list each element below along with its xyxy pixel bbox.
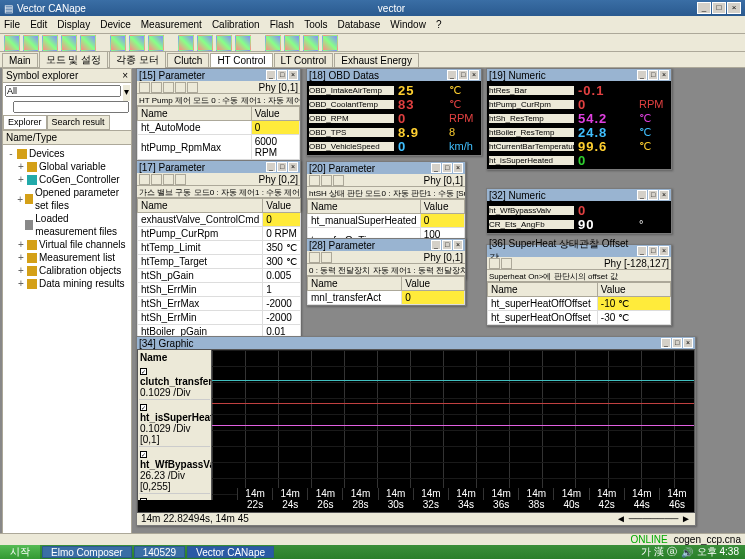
tool-icon[interactable] xyxy=(187,82,198,93)
max-icon[interactable]: □ xyxy=(648,70,658,80)
tree-node[interactable]: +Data mining results xyxy=(5,277,129,290)
minimize-button[interactable]: _ xyxy=(697,2,711,14)
ime-indicator[interactable]: 가 漢 ⓐ xyxy=(641,545,677,559)
signal-item[interactable]: ✓htSh_ResTemp7e+37 ℃/Div[-3.4e+38,3.4e+3… xyxy=(139,494,210,500)
max-icon[interactable]: □ xyxy=(648,246,658,256)
signal-item[interactable]: ✓ht_WfBypassVal26.23 /Div[0,255] xyxy=(139,447,210,494)
max-icon[interactable]: □ xyxy=(648,190,658,200)
table-row[interactable]: htPump_RpmMax6000 RPM xyxy=(138,135,300,160)
table-row[interactable]: htSh_ErrMin1 xyxy=(138,283,301,297)
min-icon[interactable]: _ xyxy=(637,70,647,80)
toolbar-button[interactable] xyxy=(4,35,20,51)
toolbar-button[interactable] xyxy=(322,35,338,51)
tab-explorer[interactable]: Explorer xyxy=(3,115,47,130)
close-icon[interactable]: × xyxy=(659,190,669,200)
min-icon[interactable]: _ xyxy=(431,163,441,173)
tool-icon[interactable] xyxy=(163,82,174,93)
table-row[interactable]: htSh_pGain0.005 xyxy=(138,269,301,283)
tool-icon[interactable] xyxy=(309,175,320,186)
close-icon[interactable]: × xyxy=(453,240,463,250)
tab-lt-control[interactable]: LT Control xyxy=(274,53,334,67)
tree-node[interactable]: +CoGen_Controller xyxy=(5,173,129,186)
tab-exhaust[interactable]: Exhaust Energy xyxy=(334,53,419,67)
min-icon[interactable]: _ xyxy=(447,70,457,80)
toolbar-button[interactable] xyxy=(197,35,213,51)
menu-measurement[interactable]: Measurement xyxy=(141,19,202,30)
min-icon[interactable]: _ xyxy=(637,246,647,256)
parameter-table[interactable]: NameValuemnl_transferAct0 xyxy=(307,276,465,305)
toolbar-button[interactable] xyxy=(23,35,39,51)
signal-item[interactable]: ✓ht_isSuperHeate0.1029 /Div[0,1] xyxy=(139,400,210,447)
filter-input[interactable] xyxy=(13,101,129,113)
toolbar-button[interactable] xyxy=(284,35,300,51)
sidebar-close-icon[interactable]: × xyxy=(122,70,128,81)
tree-node[interactable]: -Devices xyxy=(5,147,129,160)
tree-node[interactable]: +Virtual file channels xyxy=(5,238,129,251)
toolbar-button[interactable] xyxy=(216,35,232,51)
menu-calibration[interactable]: Calibration xyxy=(212,19,260,30)
table-row[interactable]: ht_manualSuperHeated0 xyxy=(308,214,465,228)
close-icon[interactable]: × xyxy=(453,163,463,173)
toolbar-button[interactable] xyxy=(235,35,251,51)
max-icon[interactable]: □ xyxy=(442,240,452,250)
maximize-button[interactable]: □ xyxy=(712,2,726,14)
tool-icon[interactable] xyxy=(175,174,186,185)
tab-clutch[interactable]: Clutch xyxy=(167,53,209,67)
table-row[interactable]: ht_superHeatOnOffset-30 ℃ xyxy=(488,311,671,325)
tool-icon[interactable] xyxy=(501,258,512,269)
tool-icon[interactable] xyxy=(139,82,150,93)
toolbar-button[interactable] xyxy=(42,35,58,51)
max-icon[interactable]: □ xyxy=(442,163,452,173)
tool-icon[interactable] xyxy=(163,174,174,185)
max-icon[interactable]: □ xyxy=(277,162,287,172)
toolbar-button[interactable] xyxy=(80,35,96,51)
min-icon[interactable]: _ xyxy=(661,338,671,348)
tool-icon[interactable] xyxy=(489,258,500,269)
device-tree[interactable]: -Devices+Global variable+CoGen_Controlle… xyxy=(3,145,131,542)
close-icon[interactable]: × xyxy=(469,70,479,80)
menu-display[interactable]: Display xyxy=(57,19,90,30)
chart-area[interactable]: 14m 22s14m 24s14m 26s14m 28s14m 30s14m 3… xyxy=(212,350,694,500)
min-icon[interactable]: _ xyxy=(266,70,276,80)
tab-search-result[interactable]: Search result xyxy=(47,115,110,130)
table-row[interactable]: ht_AutoMode0 xyxy=(138,121,300,135)
toolbar-button[interactable] xyxy=(129,35,145,51)
toolbar-button[interactable] xyxy=(265,35,281,51)
min-icon[interactable]: _ xyxy=(431,240,441,250)
menu-edit[interactable]: Edit xyxy=(30,19,47,30)
toolbar-button[interactable] xyxy=(61,35,77,51)
close-icon[interactable]: × xyxy=(288,70,298,80)
tool-icon[interactable] xyxy=(321,175,332,186)
tab-motors[interactable]: 각종 모터 xyxy=(109,51,166,68)
tool-icon[interactable] xyxy=(139,174,150,185)
taskbar-item[interactable]: 140529 xyxy=(134,546,185,558)
signal-item[interactable]: ✓clutch_transfer0.1029 /Div xyxy=(139,364,210,400)
menu-database[interactable]: Database xyxy=(338,19,381,30)
table-row[interactable]: htTemp_Limit350 ℃ xyxy=(138,241,301,255)
table-row[interactable]: htTemp_Target300 ℃ xyxy=(138,255,301,269)
close-icon[interactable]: × xyxy=(659,246,669,256)
table-row[interactable]: ht_superHeatOffOffset-10 ℃ xyxy=(488,297,671,311)
toolbar-button[interactable] xyxy=(148,35,164,51)
tree-node[interactable]: Loaded measurement files xyxy=(5,212,129,238)
table-row[interactable]: mnl_transferAct0 xyxy=(308,291,465,305)
tree-node[interactable]: +Global variable xyxy=(5,160,129,173)
menu-file[interactable]: File xyxy=(4,19,20,30)
start-button[interactable]: 시작 xyxy=(0,545,40,559)
tool-icon[interactable] xyxy=(333,175,344,186)
search-input[interactable] xyxy=(5,85,121,97)
close-button[interactable]: × xyxy=(727,2,741,14)
signal-legend[interactable]: Name ✓clutch_transfer0.1029 /Div✓ht_isSu… xyxy=(138,350,212,500)
toolbar-button[interactable] xyxy=(110,35,126,51)
tool-icon[interactable] xyxy=(175,82,186,93)
taskbar-item[interactable]: Elmo Composer xyxy=(42,546,132,558)
min-icon[interactable]: _ xyxy=(637,190,647,200)
max-icon[interactable]: □ xyxy=(277,70,287,80)
tray-icon[interactable]: 🔊 xyxy=(681,547,693,558)
scrollbar[interactable]: ◄ ─────── ► xyxy=(616,513,691,525)
parameter-table[interactable]: NameValueht_superHeatOffOffset-10 ℃ht_su… xyxy=(487,282,671,325)
tab-main[interactable]: Main xyxy=(2,53,38,67)
menu-help[interactable]: ? xyxy=(436,19,442,30)
toolbar-button[interactable] xyxy=(178,35,194,51)
close-icon[interactable]: × xyxy=(659,70,669,80)
